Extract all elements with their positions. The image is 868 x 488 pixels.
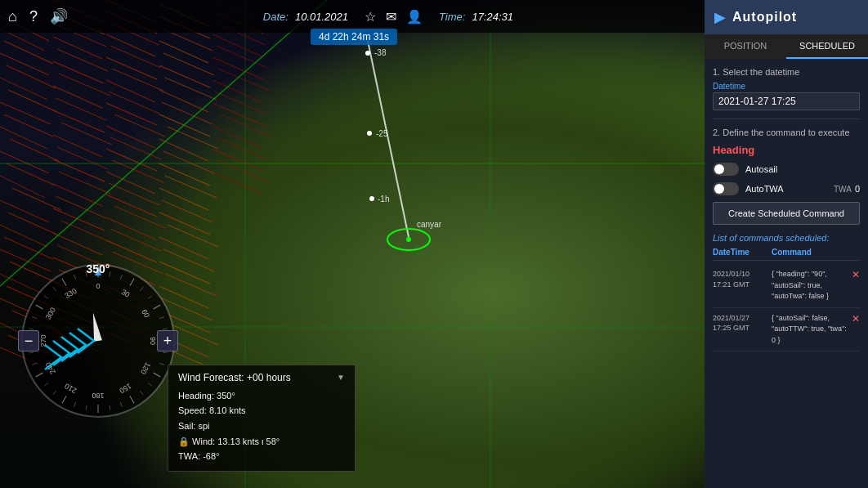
- date-box: Date: 10.01.2021: [263, 11, 348, 23]
- wind-dropdown-icon[interactable]: ▼: [337, 373, 345, 382]
- command-row-1: 2021/01/2717:25 GMT { "autoSail": false,…: [713, 308, 860, 352]
- tab-scheduled[interactable]: SCHEDULED: [786, 34, 868, 59]
- autotwa-row: AutoTWA TWA 0: [713, 182, 860, 195]
- wind-speed: Speed: 8.10 knts: [178, 403, 345, 419]
- autopilot-header: ▶ Autopilot: [705, 0, 868, 34]
- autotwa-toggle[interactable]: [713, 182, 739, 195]
- wind-data: Heading: 350° Speed: 8.10 knts Sail: spi…: [178, 388, 345, 464]
- wind-forecast-label: Wind Forecast: +00 hours: [178, 372, 291, 383]
- autopilot-arrow-icon: ▶: [714, 8, 726, 26]
- cmd-delete-0[interactable]: ✕: [852, 269, 860, 280]
- compass-minus-button[interactable]: −: [18, 330, 39, 351]
- wind-forecast-header: Wind Forecast: +00 hours ▼: [178, 372, 345, 383]
- chat-icon[interactable]: ✉: [386, 9, 396, 25]
- star-icon[interactable]: ☆: [365, 9, 376, 25]
- time-box: Time: 17:24:31: [439, 11, 513, 23]
- autopilot-panel: ▶ Autopilot POSITION SCHEDULED 1. Select…: [705, 0, 868, 488]
- autosail-knob: [714, 164, 724, 174]
- compass-plus-button[interactable]: +: [157, 330, 178, 351]
- cmd-delete-1[interactable]: ✕: [852, 313, 860, 325]
- svg-text:0: 0: [96, 282, 100, 290]
- svg-text:90: 90: [149, 337, 157, 345]
- autosail-label: Autosail: [745, 164, 777, 174]
- wind-info-box: Wind Forecast: +00 hours ▼ Heading: 350°…: [168, 365, 356, 472]
- autotwa-label: AutoTWA: [745, 184, 784, 194]
- autopilot-title: Autopilot: [732, 10, 797, 25]
- date-value: 10.01.2021: [295, 11, 348, 23]
- help-icon[interactable]: ?: [29, 8, 38, 25]
- autopilot-tabs: POSITION SCHEDULED: [705, 34, 868, 59]
- wind-wind: 🔒 Wind: 13.13 knts ι 58°: [178, 434, 345, 450]
- datetime-field-value[interactable]: 2021-01-27 17:25: [713, 92, 860, 110]
- header-action-icons: ☆ ✉ 👤: [365, 9, 423, 25]
- wind-twa: TWA: -68°: [178, 449, 345, 464]
- user-icon[interactable]: 👤: [406, 9, 423, 25]
- twa-input-value[interactable]: 0: [855, 184, 860, 194]
- heading-section-label: Heading: [713, 144, 860, 156]
- step2-label: 2. Define the command to execute: [713, 128, 860, 137]
- compass: 0 30 60 90 120 150 180 210 240 270 300 3…: [16, 259, 180, 423]
- tab-position[interactable]: POSITION: [705, 34, 786, 59]
- autotwa-knob: [714, 184, 724, 194]
- header-bar: ⌂ ? 🔊 Date: 10.01.2021 ☆ ✉ 👤 Time: 17:24…: [0, 0, 705, 33]
- divider-1: [713, 119, 860, 119]
- svg-text:180: 180: [92, 392, 104, 400]
- autosail-toggle[interactable]: [713, 163, 739, 176]
- col-datetime-header: DateTime: [713, 248, 768, 257]
- cmd-body-1: { "autoSail": false, "autoTTW": true, "t…: [772, 313, 847, 347]
- col-command-header: Command: [772, 248, 860, 257]
- wind-heading: Heading: 350°: [178, 388, 345, 404]
- compass-heading-display: 350°: [87, 262, 110, 275]
- map-container[interactable]: -38 -25 -1h canyar ⌂ ? 🔊 Date: 10.01.202…: [0, 0, 705, 488]
- volume-icon[interactable]: 🔊: [50, 7, 68, 25]
- lock-icon: 🔒: [178, 437, 190, 446]
- cmd-datetime-0: 2021/01/1017:21 GMT: [713, 269, 768, 289]
- command-row-0: 2021/01/1017:21 GMT { "heading": "90", "…: [713, 264, 860, 308]
- datetime-field-label: Datetime: [713, 82, 860, 91]
- time-label: Time:: [439, 11, 465, 23]
- home-icon[interactable]: ⌂: [8, 8, 17, 25]
- header-center: Date: 10.01.2021 ☆ ✉ 👤 Time: 17:24:31: [80, 9, 696, 25]
- step1-label: 1. Select the datetime: [713, 67, 860, 77]
- compass-svg: 0 30 60 90 120 150 180 210 240 270 300 3…: [16, 259, 180, 423]
- autopilot-body: 1. Select the datetime Datetime 2021-01-…: [705, 59, 868, 488]
- date-label: Date:: [263, 11, 289, 23]
- autosail-row: Autosail: [713, 163, 860, 176]
- twa-input-label: TWA: [834, 185, 852, 194]
- twa-input-group: TWA 0: [834, 184, 860, 194]
- create-scheduled-command-button[interactable]: Create Scheduled Command: [713, 202, 860, 225]
- cmd-datetime-1: 2021/01/2717:25 GMT: [713, 313, 768, 334]
- commands-list-header: List of commands scheduled:: [713, 233, 860, 243]
- wind-sail: Sail: spi: [178, 419, 345, 434]
- duration-badge: 4d 22h 24m 31s: [311, 29, 397, 45]
- cmd-body-0: { "heading": "90", "autoSail": true, "au…: [772, 269, 847, 302]
- commands-list-columns: DateTime Command: [713, 248, 860, 261]
- time-value: 17:24:31: [472, 11, 513, 23]
